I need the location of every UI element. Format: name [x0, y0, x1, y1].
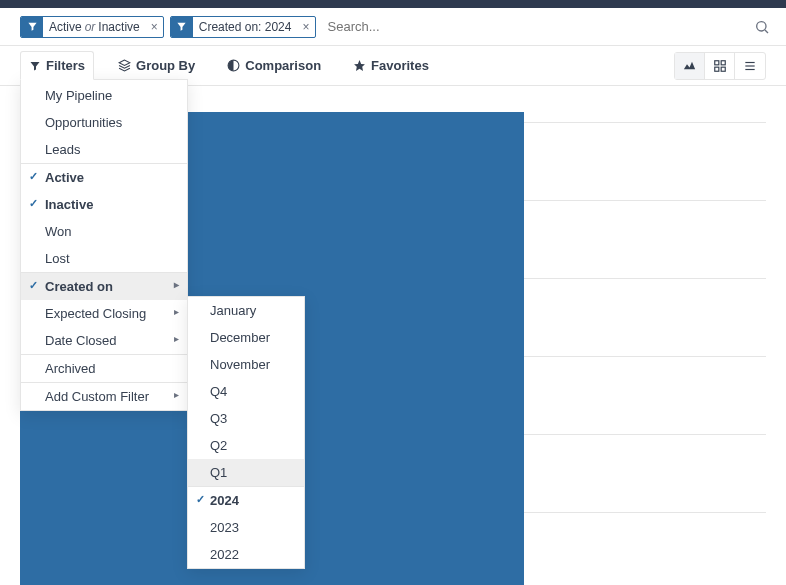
submenu-q2[interactable]: Q2	[188, 432, 304, 459]
search-bar: Active or Inactive × Created on: 2024 ×	[0, 8, 786, 46]
filter-active[interactable]: Active	[21, 164, 187, 191]
svg-marker-2	[119, 60, 130, 65]
funnel-icon	[171, 16, 193, 38]
star-icon	[353, 59, 366, 72]
chevron-right-icon: ▸	[174, 279, 179, 290]
filter-inactive[interactable]: Inactive	[21, 191, 187, 218]
filter-lost[interactable]: Lost	[21, 245, 187, 272]
chart-view-icon[interactable]	[675, 53, 705, 79]
grid-view-icon[interactable]	[705, 53, 735, 79]
close-icon[interactable]: ×	[297, 20, 314, 34]
svg-line-1	[765, 30, 768, 33]
svg-point-0	[757, 21, 766, 30]
search-icon[interactable]	[750, 15, 774, 39]
close-icon[interactable]: ×	[146, 20, 163, 34]
filter-opportunities[interactable]: Opportunities	[21, 109, 187, 136]
svg-rect-6	[721, 60, 725, 64]
submenu-q1[interactable]: Q1	[188, 459, 304, 486]
chevron-right-icon: ▸	[174, 333, 179, 344]
search-input[interactable]	[322, 15, 751, 38]
funnel-icon	[29, 60, 41, 72]
filter-expected-closing[interactable]: Expected Closing▸	[21, 300, 187, 327]
contrast-icon	[227, 59, 240, 72]
submenu-january[interactable]: January	[188, 297, 304, 324]
layers-icon	[118, 59, 131, 72]
favorites-button[interactable]: Favorites	[345, 52, 437, 79]
submenu-december[interactable]: December	[188, 324, 304, 351]
filter-created-on[interactable]: Created on▸	[21, 273, 187, 300]
submenu-2024[interactable]: 2024	[188, 487, 304, 514]
group-by-button[interactable]: Group By	[110, 52, 203, 79]
funnel-icon	[21, 16, 43, 38]
chip-text: Active or Inactive	[43, 20, 146, 34]
filter-won[interactable]: Won	[21, 218, 187, 245]
submenu-q3[interactable]: Q3	[188, 405, 304, 432]
list-view-icon[interactable]	[735, 53, 765, 79]
filter-archived[interactable]: Archived	[21, 355, 187, 382]
submenu-2023[interactable]: 2023	[188, 514, 304, 541]
filter-leads[interactable]: Leads	[21, 136, 187, 163]
filter-my-pipeline[interactable]: My Pipeline	[21, 80, 187, 109]
chip-text: Created on: 2024	[193, 20, 298, 34]
submenu-2022[interactable]: 2022	[188, 541, 304, 568]
submenu-november[interactable]: November	[188, 351, 304, 378]
submenu-q4[interactable]: Q4	[188, 378, 304, 405]
filter-chip-active-inactive[interactable]: Active or Inactive ×	[20, 16, 164, 38]
created-on-submenu: January December November Q4 Q3 Q2 Q1 20…	[187, 296, 305, 569]
svg-rect-5	[714, 60, 718, 64]
chevron-right-icon: ▸	[174, 306, 179, 317]
svg-rect-7	[714, 67, 718, 71]
comparison-button[interactable]: Comparison	[219, 52, 329, 79]
filter-date-closed[interactable]: Date Closed▸	[21, 327, 187, 354]
view-switcher	[674, 52, 766, 80]
filters-dropdown: My Pipeline Opportunities Leads Active I…	[20, 79, 188, 411]
filters-button[interactable]: Filters	[20, 51, 94, 80]
filter-chip-created-on[interactable]: Created on: 2024 ×	[170, 16, 316, 38]
filter-add-custom[interactable]: Add Custom Filter▸	[21, 383, 187, 410]
svg-rect-8	[721, 67, 725, 71]
chevron-right-icon: ▸	[174, 389, 179, 400]
svg-marker-4	[354, 60, 365, 71]
